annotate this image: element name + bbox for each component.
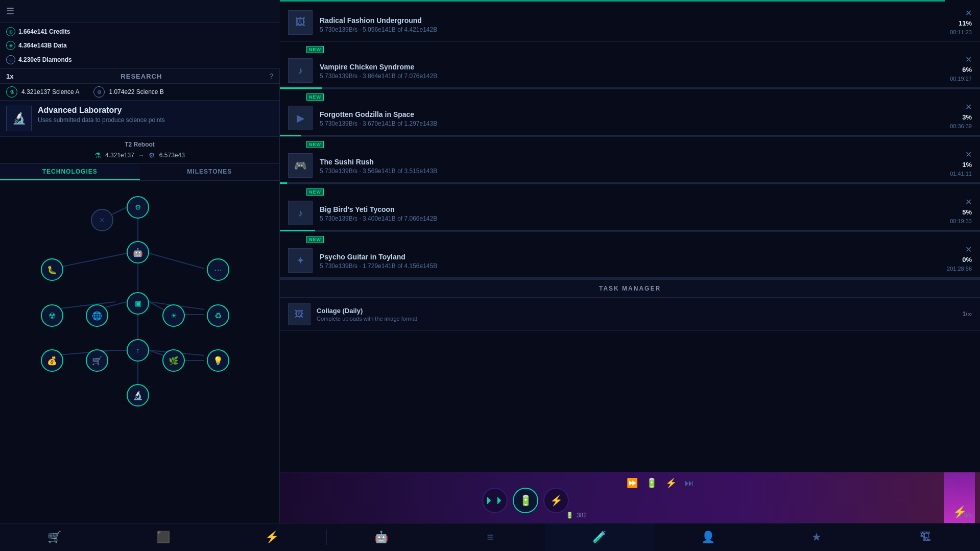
node-nuclear[interactable]: ☢	[41, 304, 63, 327]
task-info: Collage (Daily) Complete uploads with th…	[317, 307, 962, 322]
play-btn[interactable]: ⏵⏵	[482, 488, 508, 513]
nav-person[interactable]: 👤	[654, 523, 762, 551]
close-6[interactable]: ✕	[965, 246, 972, 254]
adv-lab-desc: Uses submitted data to produce science p…	[38, 116, 165, 124]
new-badge-4: NEW	[306, 141, 324, 148]
science-row: ⚗ 4.321e137 Science A ⚙ 1.074e22 Science…	[0, 84, 279, 101]
node-cart[interactable]: 🛒	[86, 349, 108, 372]
percent-4: 1%	[962, 161, 972, 169]
nav-power[interactable]: ⚡	[218, 523, 326, 551]
close-3[interactable]: ✕	[965, 103, 972, 111]
adv-lab-card[interactable]: 🔬 Advanced Laboratory Uses submitted dat…	[0, 101, 279, 137]
new-badge-3: NEW	[306, 93, 324, 101]
credits-value: 1.664e141 Credits	[18, 28, 70, 35]
media-item-6[interactable]: NEW ✦ Psycho Guitar in Toyland 5.730e139…	[280, 232, 980, 279]
nav-star[interactable]: ★	[762, 523, 871, 551]
new-badge-2: NEW	[306, 46, 324, 53]
node-microscope[interactable]: 🔬	[127, 384, 149, 406]
percent-6: 0%	[962, 256, 972, 263]
stats-6: 5.730e139B/s · 1.729e141B of 4.156e145B	[320, 262, 941, 270]
thumb-3: ▶	[288, 106, 313, 130]
stats-2: 5.730e139B/s · 3.864e141B of 7.076e142B	[320, 73, 944, 80]
player-battery-small-icon[interactable]: 🔋	[646, 477, 657, 489]
node-gear[interactable]: ⚙	[127, 196, 149, 219]
data-icon: ◈	[6, 41, 15, 50]
node-bulb[interactable]: 💡	[207, 349, 229, 372]
node-globe[interactable]: 🌐	[86, 304, 108, 327]
nav-lab[interactable]: 🧪	[545, 523, 654, 551]
left-panel: 1x RESEARCH ? ⚗ 4.321e137 Science A ⚙ 1.…	[0, 69, 280, 523]
thumb-6: ✦	[288, 248, 313, 273]
info-5: Big Bird's Yeti Tycoon 5.730e139B/s · 3.…	[320, 205, 944, 222]
node-money[interactable]: 💰	[41, 349, 63, 372]
close-1[interactable]: ✕	[965, 9, 972, 17]
media-item-3[interactable]: NEW ▶ Forgotten Godzilla in Space 5.730e…	[280, 89, 980, 137]
percent-1: 11%	[959, 19, 972, 27]
player-lightning-icon[interactable]: ⚡	[665, 477, 677, 489]
thumb-5: ♪	[288, 201, 313, 225]
menu-icon[interactable]: ☰	[6, 6, 14, 17]
node-recycle[interactable]: ♻	[207, 304, 229, 327]
t2-gear-icon: ⚙	[149, 151, 155, 159]
nav-build[interactable]: 🏗	[871, 523, 980, 551]
node-chip[interactable]: ▣	[127, 292, 149, 315]
player-controls: ⏵⏵ 🔋 ⚡	[482, 488, 569, 513]
time-6: 201:28:56	[947, 266, 972, 272]
node-bug[interactable]: 🐛	[41, 258, 63, 281]
player-skip-icon[interactable]: ⏭	[685, 478, 694, 489]
science-b-value: 1.074e22 Science B	[109, 88, 163, 95]
new-badge-6: NEW	[306, 236, 324, 243]
node-upload[interactable]: ↑	[127, 339, 149, 362]
prog-2	[280, 87, 980, 89]
credits-icon: ◎	[6, 27, 15, 36]
science-b-icon: ⚙	[93, 86, 105, 98]
title-2: Vampire Chicken Syndrome	[320, 63, 944, 71]
title-1: Radical Fashion Underground	[320, 16, 944, 25]
nav-layers[interactable]: ≡	[436, 523, 544, 551]
diamonds-icon: ◇	[6, 55, 15, 64]
stats-4: 5.730e139B/s · 3.569e141B of 3.515e143B	[320, 167, 944, 175]
research-help[interactable]: ?	[269, 72, 273, 80]
svg-line-9	[149, 302, 163, 309]
svg-line-4	[52, 253, 127, 269]
tab-milestones[interactable]: MILESTONES	[140, 164, 280, 180]
task-desc: Complete uploads with the image format	[317, 316, 962, 322]
nav-shop[interactable]: 🛒	[0, 523, 109, 551]
player-ff-icon[interactable]: ⏩	[627, 477, 638, 489]
right-3: ✕ 3% 00:36:39	[950, 103, 972, 129]
science-a-value: 4.321e137 Science A	[21, 88, 79, 95]
tech-tree: ⚙ ✕ 🤖 🐛 ⋯ ▣ ☢ 🌐 ☀ ♻ ↑ 💰 🛒 🌿 💡 🔬	[0, 181, 279, 523]
bottom-nav: 🛒 ⬛ ⚡ 🤖 ≡ 🧪 👤 ★ 🏗	[0, 523, 980, 551]
task-title: Collage (Daily)	[317, 307, 962, 315]
close-4[interactable]: ✕	[965, 151, 972, 159]
science-a-icon: ⚗	[6, 86, 17, 98]
bolt-btn[interactable]: ⚡	[543, 488, 569, 513]
tab-technologies[interactable]: TECHNOLOGIES	[0, 164, 140, 180]
node-robot[interactable]: 🤖	[127, 241, 149, 263]
task-item-collage[interactable]: 🖼 Collage (Daily) Complete uploads with …	[280, 298, 980, 331]
node-signal[interactable]: ⋯	[207, 258, 229, 281]
close-5[interactable]: ✕	[965, 198, 972, 206]
close-2[interactable]: ✕	[965, 56, 972, 64]
time-1: 00:11:23	[950, 29, 972, 35]
svg-line-15	[149, 350, 163, 355]
info-3: Forgotten Godzilla in Space 5.730e139B/s…	[320, 110, 944, 127]
media-item-5[interactable]: NEW ♪ Big Bird's Yeti Tycoon 5.730e139B/…	[280, 184, 980, 232]
percent-2: 6%	[962, 66, 972, 74]
node-leaf[interactable]: 🌿	[162, 349, 185, 372]
adv-lab-icon: 🔬	[6, 106, 32, 131]
nav-robot[interactable]: 🤖	[327, 523, 436, 551]
node-solar[interactable]: ☀	[162, 304, 185, 327]
stats-3: 5.730e139B/s · 3.670e141B of 1.297e143B	[320, 120, 944, 127]
media-item-1[interactable]: 🖼 Radical Fashion Underground 5.730e139B…	[280, 0, 980, 42]
t2-science-icon: ⚗	[94, 151, 101, 159]
nav-chips[interactable]: ⬛	[109, 523, 218, 551]
tech-tabs: TECHNOLOGIES MILESTONES	[0, 164, 279, 181]
node-shuffle[interactable]: ✕	[91, 209, 113, 231]
title-3: Forgotten Godzilla in Space	[320, 110, 944, 118]
battery-value: 382	[577, 512, 587, 519]
charge-btn[interactable]: 🔋	[513, 488, 538, 513]
media-item-2[interactable]: NEW ♪ Vampire Chicken Syndrome 5.730e139…	[280, 42, 980, 89]
percent-5: 5%	[962, 208, 972, 216]
media-item-4[interactable]: NEW 🎮 The Sushi Rush 5.730e139B/s · 3.56…	[280, 137, 980, 184]
